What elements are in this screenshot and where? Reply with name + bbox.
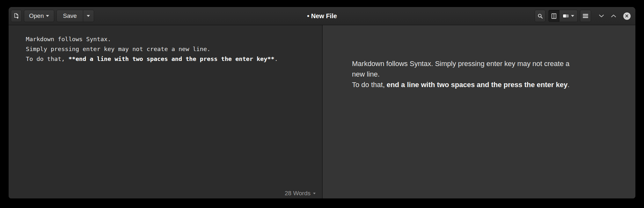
chevron-up-button[interactable]: [609, 11, 618, 21]
headerbar: Open Save • New File: [9, 7, 635, 25]
text-segment: To do that,: [26, 56, 69, 62]
hamburger-menu-icon: [583, 14, 588, 18]
word-count-label: 28 Words: [285, 190, 311, 197]
save-button[interactable]: Save: [56, 10, 83, 22]
open-button[interactable]: Open: [24, 10, 54, 22]
preview-toggle-icon: [563, 14, 569, 18]
open-button-label: Open: [29, 12, 44, 19]
bold-text-segment: end a line with two spaces and the press…: [387, 81, 567, 89]
main-content: Markdown follows Syntax.Simply pressing …: [9, 25, 635, 198]
text-line: To do that, end a line with two spaces a…: [352, 79, 618, 90]
bold-text-segment: **end a line with two spaces and the pre…: [69, 56, 274, 62]
preview-text: Markdown follows Syntax. Simply pressing…: [352, 58, 618, 90]
split-view-icon: [552, 13, 556, 19]
headerbar-left-group: Open Save: [11, 10, 94, 22]
chevron-down-icon: [599, 14, 604, 18]
text-segment: To do that,: [352, 81, 387, 89]
text-line: Markdown follows Syntax. Simply pressing…: [352, 58, 618, 69]
preview-pane: Markdown follows Syntax. Simply pressing…: [323, 25, 635, 198]
text-segment: .: [567, 81, 569, 89]
word-count-button[interactable]: 28 Words: [285, 190, 316, 197]
new-file-button[interactable]: [11, 10, 22, 22]
close-button[interactable]: [622, 11, 632, 21]
save-options-button[interactable]: [83, 10, 94, 22]
save-button-group: Save: [56, 10, 94, 22]
menu-button[interactable]: [580, 10, 591, 22]
editor-pane[interactable]: Markdown follows Syntax.Simply pressing …: [9, 25, 322, 198]
text-line: To do that, **end a line with two spaces…: [26, 54, 322, 64]
dropdown-arrow-icon: [313, 193, 316, 194]
view-mode-group: [548, 10, 578, 22]
text-segment: Simply pressing enter key may not create…: [26, 46, 210, 52]
chevron-up-icon: [611, 14, 616, 18]
editor-text: Markdown follows Syntax.Simply pressing …: [26, 34, 322, 64]
close-icon: [623, 12, 631, 20]
preview-mode-button[interactable]: [560, 10, 578, 22]
chevron-down-button[interactable]: [596, 11, 606, 21]
text-line: Markdown follows Syntax.: [26, 34, 322, 44]
text-line: Simply pressing enter key may not create…: [26, 44, 322, 54]
text-line: new line.: [352, 69, 618, 79]
text-segment: Markdown follows Syntax.: [26, 36, 111, 42]
headerbar-right-group: [535, 10, 632, 22]
search-icon: [538, 13, 543, 19]
dropdown-arrow-icon: [571, 15, 574, 17]
dropdown-arrow-icon: [46, 15, 49, 17]
text-segment: Markdown follows Syntax. Simply pressing…: [352, 60, 569, 68]
text-segment: new line.: [352, 70, 380, 78]
search-button[interactable]: [535, 10, 545, 22]
dropdown-arrow-icon: [87, 15, 90, 17]
new-document-icon: [14, 13, 19, 19]
split-view-button[interactable]: [548, 10, 560, 22]
text-segment: .: [274, 56, 278, 62]
save-button-label: Save: [63, 12, 77, 19]
window-title: • New File: [307, 12, 337, 20]
app-window: Open Save • New File: [9, 7, 635, 198]
